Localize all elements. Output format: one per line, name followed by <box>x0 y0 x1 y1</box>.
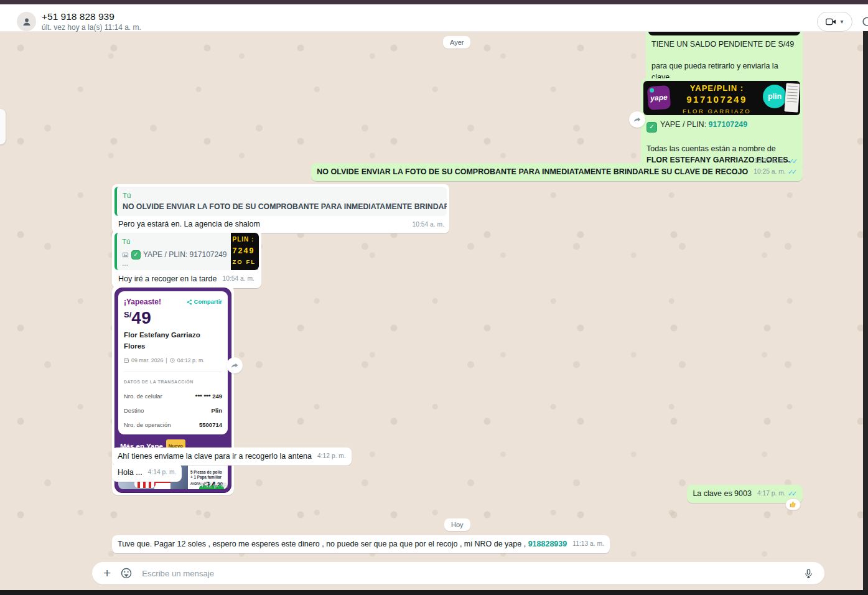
message-text: Pero ya estará en. La agencia de shalom <box>114 216 447 230</box>
video-call-button[interactable]: ▾ <box>817 12 852 32</box>
chat-panel: Ayer TIENE UN SALDO PENDIENTE DE S/49 pa… <box>0 31 868 590</box>
calendar-icon <box>124 358 129 363</box>
forward-arrow-icon <box>632 115 642 124</box>
green-check-emoji: ✓ <box>131 250 141 260</box>
forward-message-button[interactable] <box>226 357 243 373</box>
receipt-row: DestinoPlin <box>124 405 222 416</box>
message-time: 4:17 p. m. <box>757 488 786 499</box>
forward-message-button[interactable] <box>629 111 645 128</box>
receipt-paper-graphic <box>784 83 800 112</box>
plin-logo: plin <box>763 85 786 108</box>
message-text: TIENE UN SALDO PENDIENTE DE S/49 <box>651 39 797 50</box>
contact-name[interactable]: +51 918 828 939 <box>42 11 114 22</box>
message-time: 10:25 a. m. <box>754 166 786 177</box>
video-camera-icon <box>826 17 836 26</box>
window-bottom-bar <box>0 590 868 595</box>
yape-logo: yape <box>647 85 671 110</box>
message-time: 4:14 p. m. <box>148 467 177 478</box>
caption-line: Todas las cuentas están a nombre de <box>646 143 797 154</box>
green-check-emoji: ✓ <box>646 122 657 133</box>
thumbs-up-icon <box>789 500 797 508</box>
phone-number-link[interactable]: 918828939 <box>528 540 567 548</box>
sticker-smiley-icon <box>120 567 133 579</box>
message-outgoing-image[interactable]: yape YAPE/PLIN : 917107249 FLOR GARRIAZO… <box>641 78 803 171</box>
emoji-button[interactable] <box>120 567 133 579</box>
forward-arrow-icon <box>230 360 240 370</box>
message-incoming[interactable]: Hola ... 4:14 p. m. <box>112 464 182 482</box>
message-text: Ahí tienes enviame la clave para ir a re… <box>118 451 312 462</box>
message-input[interactable] <box>141 568 803 579</box>
date-divider-yesterday: Ayer <box>443 36 470 49</box>
share-button[interactable]: Compartir <box>187 296 222 307</box>
chevron-down-icon: ▾ <box>840 19 843 25</box>
plus-icon: + <box>103 566 111 580</box>
microphone-icon <box>803 568 814 579</box>
message-text: La clave es 9003 <box>693 488 752 499</box>
receipt-datetime: 09 mar. 2026 | 04:12 p. m. <box>124 355 222 366</box>
whatsapp-window: Ayer TIENE UN SALDO PENDIENTE DE S/49 pa… <box>0 0 868 595</box>
message-time: 4:12 p. m. <box>200 480 228 491</box>
receipt-title: ¡Yapeaste! <box>124 296 161 307</box>
caption-line: ✓YAPE / PLIN: 917107249 <box>646 119 797 133</box>
thumbs-up-reaction[interactable] <box>785 499 801 510</box>
quoted-message[interactable]: Tú NO OLVIDE ENVIAR LA FOTO DE SU COMPRO… <box>114 187 447 216</box>
window-right-edge <box>863 31 868 590</box>
search-icon[interactable] <box>861 16 868 32</box>
chat-header: +51 918 828 939 últ. vez hoy a la(s) 11:… <box>0 4 868 32</box>
read-ticks-icon: ✓✓ <box>788 166 797 177</box>
yape-plin-banner-image[interactable]: yape YAPE/PLIN : 917107249 FLOR GARRIAZO… <box>643 81 800 115</box>
message-text: Hoy iré a recoger en la tarde <box>118 273 217 284</box>
message-time: 4:12 p. m. <box>317 451 346 462</box>
receipt-section-title: DATOS DE LA TRANSACCIÓN <box>124 377 222 388</box>
receipt-row: Nro. de celular*** *** 249 <box>124 391 222 402</box>
date-divider-today: Hoy <box>444 518 470 531</box>
sidebar-collapse-handle[interactable] <box>0 109 6 144</box>
message-incoming[interactable]: Tú ✓ YAPE / PLIN: 917107249 ... PLIN : <box>112 230 261 288</box>
fries-cup-graphic <box>154 482 170 489</box>
message-text: Tuve que. Pagar 12 soles , espero me esp… <box>118 538 567 550</box>
message-text: NO OLVIDE ENVIAR LA FOTO DE SU COMPROBAN… <box>317 166 748 177</box>
window-top-bar <box>0 0 868 4</box>
photo-icon <box>122 251 129 258</box>
receipt-amount: S/49 <box>124 309 222 327</box>
attach-button[interactable]: + <box>103 567 111 579</box>
message-time: 10:54 a. m. <box>412 219 444 230</box>
message-outgoing[interactable]: La clave es 9003 4:17 p. m. ✓✓ <box>687 485 803 503</box>
message-incoming[interactable]: Ahí tienes enviame la clave para ir a re… <box>112 447 352 466</box>
voice-message-button[interactable] <box>803 568 814 579</box>
message-time: 10:54 a. m. <box>222 273 254 284</box>
receipt-beneficiary: Flor Estefany Garriazo Flores <box>124 329 222 352</box>
message-incoming[interactable]: Tú NO OLVIDE ENVIAR LA FOTO DE SU COMPRO… <box>112 184 449 233</box>
quoted-caption: ✓ YAPE / PLIN: 917107249 <box>122 249 227 260</box>
clock-icon <box>170 358 175 363</box>
message-outgoing[interactable]: NO OLVIDE ENVIAR LA FOTO DE SU COMPROBAN… <box>311 163 803 181</box>
message-time: 11:13 a. m. <box>572 538 604 550</box>
share-icon <box>187 299 192 305</box>
receipt-row: Nro. de operación5500714 <box>124 419 222 431</box>
yape-plin-number[interactable]: 917107249 <box>709 120 748 129</box>
person-icon <box>21 16 32 27</box>
quoted-image-thumbnail: PLIN : 7249 ZO FL <box>231 233 259 270</box>
attached-image-cropped[interactable] <box>648 31 800 35</box>
message-composer[interactable]: + <box>92 562 824 584</box>
contact-last-seen: últ. vez hoy a la(s) 11:14 a. m. <box>42 23 141 32</box>
message-incoming[interactable]: Tuve que. Pagar 12 soles , espero me esp… <box>112 535 610 553</box>
read-ticks-icon: ✓✓ <box>788 488 797 499</box>
quoted-message[interactable]: Tú ✓ YAPE / PLIN: 917107249 ... PLIN : <box>114 233 259 270</box>
banner-text: YAPE/PLIN : 917107249 FLOR GARRIAZO FLOR… <box>673 83 760 115</box>
contact-avatar[interactable] <box>17 12 36 31</box>
message-text: Hola ... <box>118 467 142 478</box>
